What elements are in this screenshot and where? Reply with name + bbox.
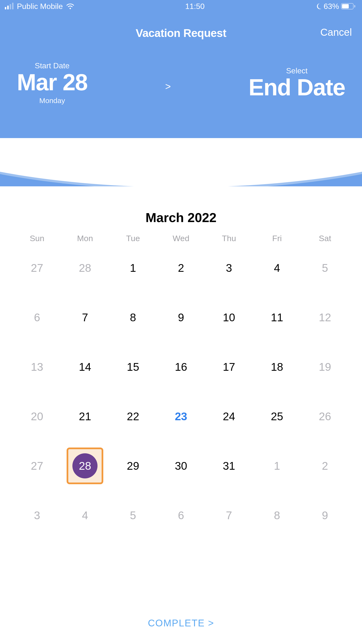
calendar-day[interactable]: 22 — [109, 392, 157, 441]
calendar-day[interactable]: 25 — [253, 392, 301, 441]
calendar-day[interactable]: 6 — [13, 292, 61, 342]
calendar-grid: 2728123456789101112131415161718192021222… — [13, 243, 349, 540]
calendar-day[interactable]: 4 — [61, 490, 109, 540]
calendar-week-row: 272829303112 — [13, 441, 349, 490]
calendar-day[interactable]: 6 — [157, 490, 205, 540]
calendar-week-row: 272812345 — [13, 243, 349, 292]
date-range-row: Start Date Mar 28 Monday > Select End Da… — [0, 61, 362, 105]
weekday-sat: Sat — [301, 234, 349, 243]
start-date-block[interactable]: Start Date Mar 28 Monday — [17, 61, 87, 105]
complete-button[interactable]: COMPLETE > — [148, 618, 214, 628]
battery-icon — [341, 3, 355, 10]
calendar-week-row: 13141516171819 — [13, 342, 349, 392]
calendar-day[interactable]: 9 — [301, 490, 349, 540]
status-bar-left: Public Mobile — [5, 2, 74, 11]
nav-row: Vacation Request Cancel — [0, 26, 362, 40]
calendar-day[interactable]: 21 — [61, 392, 109, 441]
weekday-header-row: Sun Mon Tue Wed Thu Fri Sat — [13, 234, 349, 243]
calendar-day[interactable]: 20 — [13, 392, 61, 441]
weekday-sun: Sun — [13, 234, 61, 243]
calendar-day[interactable]: 1 — [253, 441, 301, 490]
end-date-value: End Date — [248, 75, 345, 100]
calendar-month-title: March 2022 — [13, 210, 349, 225]
calendar-day[interactable]: 3 — [13, 490, 61, 540]
calendar-day[interactable]: 27 — [13, 243, 61, 292]
calendar: March 2022 Sun Mon Tue Wed Thu Fri Sat 2… — [0, 186, 362, 540]
calendar-day[interactable]: 28 — [61, 243, 109, 292]
footer: COMPLETE > — [0, 618, 362, 628]
calendar-day[interactable]: 9 — [157, 292, 205, 342]
calendar-day[interactable]: 11 — [253, 292, 301, 342]
calendar-day[interactable]: 14 — [61, 342, 109, 392]
calendar-day[interactable]: 2 — [157, 243, 205, 292]
carrier-label: Public Mobile — [17, 2, 63, 11]
signal-icon — [5, 3, 14, 10]
weekday-thu: Thu — [205, 234, 253, 243]
start-date-value: Mar 28 — [17, 70, 87, 94]
calendar-day[interactable]: 23 — [157, 392, 205, 441]
calendar-day[interactable]: 8 — [253, 490, 301, 540]
header: Vacation Request Cancel Start Date Mar 2… — [0, 12, 362, 186]
weekday-mon: Mon — [61, 234, 109, 243]
calendar-day[interactable]: 12 — [301, 292, 349, 342]
calendar-week-row: 3456789 — [13, 490, 349, 540]
calendar-day[interactable]: 1 — [109, 243, 157, 292]
calendar-day[interactable]: 29 — [109, 441, 157, 490]
calendar-day[interactable]: 15 — [109, 342, 157, 392]
start-date-label: Start Date — [17, 61, 87, 70]
calendar-day[interactable]: 13 — [13, 342, 61, 392]
weekday-fri: Fri — [253, 234, 301, 243]
end-date-block[interactable]: Select End Date — [248, 66, 345, 100]
battery-percent: 63% — [324, 2, 339, 11]
calendar-day[interactable]: 19 — [301, 342, 349, 392]
calendar-day[interactable]: 5 — [109, 490, 157, 540]
calendar-day-selected-circle: 28 — [72, 453, 98, 478]
wifi-icon — [66, 3, 74, 10]
calendar-day[interactable]: 24 — [205, 392, 253, 441]
calendar-week-row: 20212223242526 — [13, 392, 349, 441]
page-title: Vacation Request — [136, 26, 226, 40]
calendar-day[interactable]: 5 — [301, 243, 349, 292]
calendar-day[interactable]: 26 — [301, 392, 349, 441]
status-bar-time: 11:50 — [185, 2, 205, 11]
status-bar-right: 63% — [316, 2, 355, 11]
calendar-day[interactable]: 10 — [205, 292, 253, 342]
end-date-label: Select — [248, 66, 345, 75]
cancel-button[interactable]: Cancel — [320, 26, 352, 38]
calendar-day[interactable]: 4 — [253, 243, 301, 292]
calendar-day[interactable]: 28 — [61, 441, 109, 490]
weekday-tue: Tue — [109, 234, 157, 243]
calendar-week-row: 6789101112 — [13, 292, 349, 342]
calendar-day[interactable]: 7 — [61, 292, 109, 342]
calendar-day[interactable]: 27 — [13, 441, 61, 490]
calendar-day[interactable]: 18 — [253, 342, 301, 392]
calendar-day[interactable]: 8 — [109, 292, 157, 342]
calendar-day[interactable]: 3 — [205, 243, 253, 292]
calendar-day[interactable]: 17 — [205, 342, 253, 392]
start-date-weekday: Monday — [17, 96, 87, 105]
calendar-day[interactable]: 30 — [157, 441, 205, 490]
calendar-day[interactable]: 2 — [301, 441, 349, 490]
status-bar: Public Mobile 11:50 63% — [0, 0, 362, 12]
calendar-day[interactable]: 16 — [157, 342, 205, 392]
header-curve — [0, 138, 362, 186]
moon-icon — [316, 3, 322, 10]
calendar-day[interactable]: 31 — [205, 441, 253, 490]
date-separator-icon: > — [165, 81, 170, 92]
weekday-wed: Wed — [157, 234, 205, 243]
calendar-day[interactable]: 7 — [205, 490, 253, 540]
